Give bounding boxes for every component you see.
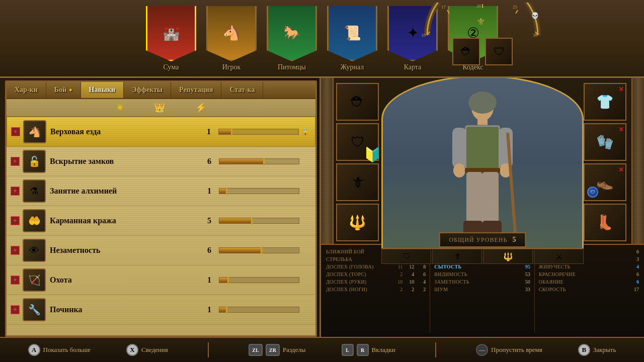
nav-item-suma[interactable]: 🏰 Сума xyxy=(143,6,199,71)
skill-row-1[interactable]: + 🔓 Вскрытие замков 6 xyxy=(7,147,315,176)
shoe-badge: 🛡 xyxy=(587,187,598,198)
journal-shield-icon: 📜 xyxy=(335,13,370,53)
equip-armor-slot[interactable]: 🗡 xyxy=(336,163,379,201)
action-sections[interactable]: ZL ZR Разделы xyxy=(249,344,306,356)
skill-icon-0: 🐴 xyxy=(23,120,46,143)
nav-item-pitomcy[interactable]: 🐎 Питомцы xyxy=(264,6,319,71)
gloves-icon: 🧤 xyxy=(596,134,614,150)
action-info[interactable]: X Сведения xyxy=(126,344,168,356)
stat-row-satiety: СЫТОСТЬ 95 xyxy=(434,264,530,269)
boj-star-icon: ✦ xyxy=(68,87,72,93)
nav-item-igrok[interactable]: 🐴 Игрок xyxy=(204,6,259,71)
stat-val-torso-2: 6 xyxy=(416,272,426,277)
skill-bar-fill-2 xyxy=(219,189,226,194)
level-label: ОБЩИЙ УРОВЕНЬ xyxy=(449,236,508,244)
character-figure-container xyxy=(383,77,582,248)
stat-label-torso-armor: ДОСПЕХ (ТОРС) xyxy=(326,272,392,277)
svg-point-13 xyxy=(468,92,497,114)
skill-add-btn-2[interactable]: + xyxy=(11,187,20,196)
action-tabs[interactable]: L R Вкладки xyxy=(342,344,395,356)
stat-val-stealth: 50 xyxy=(515,279,530,285)
stat-row-noise: ШУМ 33 xyxy=(434,287,530,292)
skill-add-btn-0[interactable]: + xyxy=(11,127,20,136)
btn-l: L xyxy=(342,344,354,356)
stat-row-charm: ОБАЯНИЕ 6 xyxy=(539,279,639,285)
equip-shoe-slot[interactable]: 👞 ✕ 🛡 xyxy=(584,163,626,201)
skill-level-5: 1 xyxy=(202,276,217,285)
bottom-slot-1[interactable]: 🗡 xyxy=(432,249,482,264)
stat-label-speed: СКОРОСТЬ xyxy=(539,287,626,292)
bottom-slot-2[interactable]: 🔱 xyxy=(483,249,533,264)
skill-level-6: 1 xyxy=(202,305,217,314)
equip-belt-slot[interactable]: 🔱 xyxy=(336,204,379,241)
boots-icon: 👢 xyxy=(596,214,614,231)
chest-x-mark: ✕ xyxy=(618,85,624,94)
skill-name-2: Занятие алхимией xyxy=(50,187,202,196)
tab-effekty[interactable]: Эффекты xyxy=(124,82,171,98)
suma-shield-icon: 🏰 xyxy=(153,13,189,53)
tab-reputacia[interactable]: Репутация xyxy=(171,82,221,98)
stat-val-torso-1: 4 xyxy=(404,272,414,277)
equip-shield-slot[interactable]: 🛡 🔰 xyxy=(336,123,379,161)
tab-boj[interactable]: Бой ✦ xyxy=(46,82,81,98)
action-skip-time[interactable]: — Пропустить время xyxy=(476,344,542,356)
skill-bar-6 xyxy=(219,307,299,313)
tab-harki[interactable]: Хар-ки xyxy=(7,82,46,98)
equip-helmet-slot[interactable]: ⛑ xyxy=(336,83,379,121)
skill-row-2[interactable]: + ⚗ Занятие алхимией 1 xyxy=(7,176,315,206)
skill-name-0: Верховая езда xyxy=(50,127,201,136)
skill-add-btn-1[interactable]: + xyxy=(11,157,20,166)
stat-val-speech: 6 xyxy=(626,272,639,277)
skill-add-btn-5[interactable]: + xyxy=(11,276,20,285)
skill-name-6: Починка xyxy=(50,305,202,314)
skill-level-4: 6 xyxy=(202,246,217,255)
skill-level-2: 1 xyxy=(202,187,217,196)
stat-label-stealth: ЗАМЕТНОСТЬ xyxy=(434,279,515,285)
skill-name-1: Вскрытие замков xyxy=(50,157,202,166)
stat-val-satiety: 95 xyxy=(515,264,530,269)
stat-label-charm: ОБАЯНИЕ xyxy=(539,279,626,285)
svg-rect-23 xyxy=(482,172,499,227)
skill-icon-4: 👁 xyxy=(23,239,46,262)
skill-bar-1 xyxy=(219,158,299,164)
action-show-more[interactable]: A Показать больше xyxy=(28,344,91,356)
tab-stat-ka[interactable]: Стат-ка xyxy=(221,82,263,98)
tab-navyki[interactable]: Навыки xyxy=(81,82,124,98)
svg-text:17: 17 xyxy=(441,5,446,10)
subheader-crown-icon: 👑 xyxy=(154,102,165,113)
svg-text:⚜: ⚜ xyxy=(476,16,486,27)
skill-add-btn-6[interactable]: + xyxy=(11,305,20,314)
skill-row-4[interactable]: + 👁 Незаметность 6 xyxy=(7,236,315,265)
stat-val-visibility: 53 xyxy=(515,272,530,277)
action-close[interactable]: B Закрыть xyxy=(578,344,616,356)
stat-row-visibility: ВИДИМОСТЬ 53 xyxy=(434,272,530,277)
svg-text:25: 25 xyxy=(513,5,518,10)
skill-name-4: Незаметность xyxy=(50,246,202,255)
shoe-x-mark: ✕ xyxy=(618,166,624,174)
bottom-slot-0[interactable]: 🛡 xyxy=(381,249,431,264)
skill-add-btn-4[interactable]: + xyxy=(11,246,20,255)
skill-bar-marker-1 xyxy=(263,158,265,166)
skill-row-6[interactable]: + 🔧 Починка 1 xyxy=(7,295,315,325)
nav-item-journal[interactable]: 📜 Журнал xyxy=(325,6,380,71)
skill-bar-fill-5 xyxy=(219,278,227,283)
top-deco-row: ⛑ 🛡 xyxy=(432,38,533,65)
equip-boots-slot[interactable]: 👢 xyxy=(584,204,626,241)
btn-dash: — xyxy=(476,344,488,356)
bottom-slot-3[interactable]: ⚔ xyxy=(534,249,584,264)
btn-zr: ZR xyxy=(266,344,280,356)
equip-gloves-slot[interactable]: 🧤 ✕ xyxy=(584,123,626,161)
divider-2 xyxy=(435,342,436,357)
skill-row-3[interactable]: + 🤲 Карманная кража 5 xyxy=(7,206,315,236)
divider-1 xyxy=(208,342,209,357)
skill-bar-marker-0 xyxy=(231,128,232,136)
shield-mini-icon: 🔰 xyxy=(368,150,376,158)
skill-icon-6: 🔧 xyxy=(23,298,46,321)
skill-row-0[interactable]: + 🐴 Верховая езда 1 🔒 xyxy=(7,117,315,147)
right-equip-slots: 👕 ✕ 🧤 ✕ 👞 ✕ 🛡 👢 xyxy=(584,83,629,241)
skill-row-5[interactable]: + 🏹 Охота 1 xyxy=(7,265,315,295)
equip-chest-slot[interactable]: 👕 ✕ xyxy=(584,83,626,121)
bottom-action-bar: A Показать больше X Сведения ZL ZR Разде… xyxy=(0,337,644,362)
skill-add-btn-3[interactable]: + xyxy=(11,216,20,225)
lock-icon-0: 🔒 xyxy=(301,128,311,136)
